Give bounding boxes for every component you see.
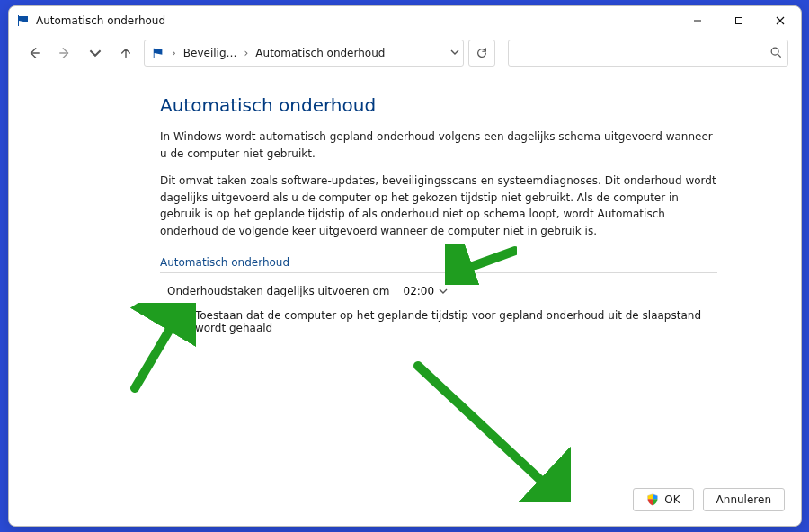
wake-checkbox[interactable] bbox=[171, 310, 183, 324]
chevron-right-icon: › bbox=[170, 47, 178, 59]
description-text: Dit omvat taken zoals software-updates, … bbox=[160, 173, 717, 239]
address-bar[interactable]: › Beveilig… › Automatisch onderhoud bbox=[144, 40, 464, 66]
time-label: Onderhoudstaken dagelijks uitvoeren om bbox=[167, 285, 390, 297]
navbar: › Beveilig… › Automatisch onderhoud bbox=[9, 35, 801, 71]
svg-point-1 bbox=[771, 48, 778, 55]
chevron-right-icon: › bbox=[243, 47, 251, 59]
back-button[interactable] bbox=[22, 40, 47, 66]
control-panel-window: Automatisch onderhoud bbox=[8, 5, 802, 527]
refresh-button[interactable] bbox=[468, 40, 495, 66]
dialog-footer: OK Annuleren bbox=[633, 488, 785, 511]
up-button[interactable] bbox=[113, 40, 138, 66]
svg-rect-0 bbox=[736, 18, 742, 24]
recent-locations-button[interactable] bbox=[83, 40, 108, 66]
cancel-label: Annuleren bbox=[716, 493, 771, 506]
ok-label: OK bbox=[664, 493, 680, 506]
breadcrumb-item[interactable]: Automatisch onderhoud bbox=[255, 47, 385, 59]
maximize-button[interactable] bbox=[718, 6, 760, 35]
cancel-button[interactable]: Annuleren bbox=[703, 488, 785, 511]
minimize-button[interactable] bbox=[677, 6, 718, 35]
window-title: Automatisch onderhoud bbox=[36, 14, 165, 27]
action-center-flag-icon bbox=[152, 47, 164, 59]
wake-from-sleep-row[interactable]: Toestaan dat de computer op het geplande… bbox=[167, 309, 707, 334]
search-icon bbox=[769, 46, 782, 61]
action-center-flag-icon bbox=[16, 13, 31, 28]
page-title: Automatisch onderhoud bbox=[160, 94, 801, 116]
description-text: In Windows wordt automatisch gepland ond… bbox=[160, 129, 717, 162]
ok-button[interactable]: OK bbox=[633, 488, 693, 511]
maintenance-time-select[interactable]: 02:00 bbox=[397, 282, 452, 300]
chevron-down-icon[interactable] bbox=[450, 47, 459, 59]
breadcrumb-item[interactable]: Beveilig… bbox=[183, 47, 237, 59]
maintenance-time-row: Onderhoudstaken dagelijks uitvoeren om 0… bbox=[167, 282, 801, 300]
section-heading: Automatisch onderhoud bbox=[160, 256, 801, 269]
titlebar: Automatisch onderhoud bbox=[9, 6, 801, 35]
search-input[interactable] bbox=[514, 46, 769, 60]
annotation-arrow bbox=[409, 359, 571, 502]
forward-button[interactable] bbox=[52, 40, 77, 66]
uac-shield-icon bbox=[646, 493, 659, 506]
divider bbox=[160, 272, 717, 273]
content-area: Automatisch onderhoud In Windows wordt a… bbox=[9, 71, 801, 334]
wake-label: Toestaan dat de computer op het geplande… bbox=[195, 309, 707, 334]
search-box[interactable] bbox=[508, 40, 788, 66]
window-controls bbox=[677, 6, 801, 35]
close-button[interactable] bbox=[760, 6, 801, 35]
